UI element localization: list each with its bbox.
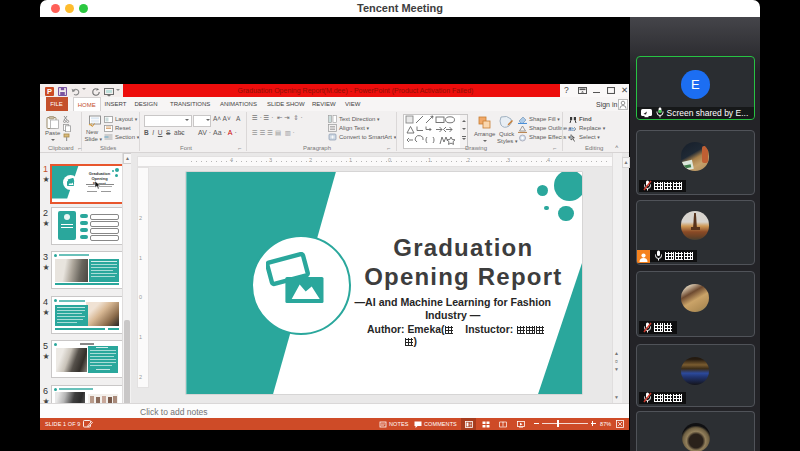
svg-text:P: P: [47, 87, 52, 96]
